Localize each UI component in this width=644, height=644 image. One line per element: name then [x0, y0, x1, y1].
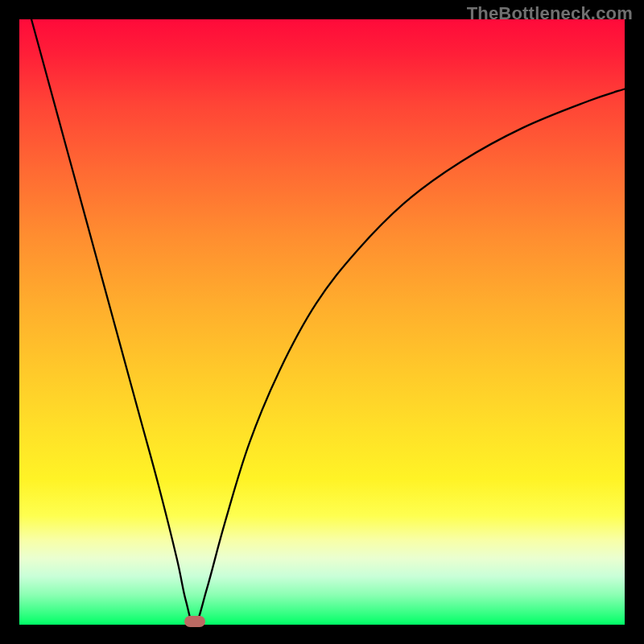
optimal-marker	[184, 616, 205, 627]
bottleneck-curve	[19, 19, 625, 625]
